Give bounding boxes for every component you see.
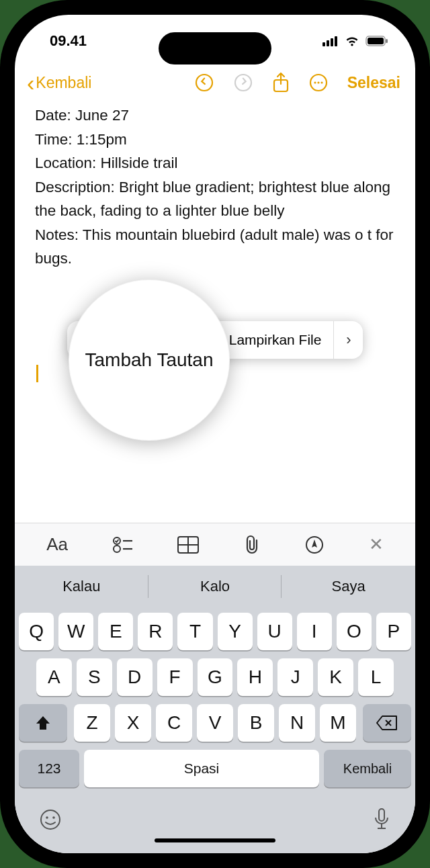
table-button[interactable] <box>177 536 199 554</box>
key-h[interactable]: H <box>237 658 273 696</box>
svg-rect-2 <box>331 38 333 46</box>
key-g[interactable]: G <box>198 658 233 696</box>
svg-point-16 <box>114 546 120 552</box>
numeric-key[interactable]: 123 <box>19 750 79 787</box>
key-e[interactable]: E <box>98 613 133 650</box>
svg-rect-5 <box>368 38 384 44</box>
key-c[interactable]: C <box>156 704 192 742</box>
key-v[interactable]: V <box>197 704 233 742</box>
menu-next-arrow[interactable]: › <box>333 321 363 359</box>
note-line: Notes: This mountain bluebird (adult mal… <box>35 223 395 271</box>
undo-button[interactable] <box>194 73 214 93</box>
done-button[interactable]: Selesai <box>347 74 400 92</box>
svg-rect-1 <box>327 40 329 46</box>
text-format-button[interactable]: Aa <box>46 534 68 555</box>
magnifier-text: Tambah Tautan <box>85 349 214 371</box>
svg-rect-6 <box>386 39 388 43</box>
emoji-button[interactable] <box>39 808 62 831</box>
cellular-icon <box>322 36 339 46</box>
key-b[interactable]: B <box>238 704 274 742</box>
redo-button[interactable] <box>233 73 253 93</box>
key-u[interactable]: U <box>257 613 292 650</box>
dictation-button[interactable] <box>372 808 391 832</box>
battery-icon <box>366 36 388 46</box>
key-z[interactable]: Z <box>74 704 110 742</box>
key-d[interactable]: D <box>117 658 153 696</box>
note-line: Location: Hillside trail <box>35 151 395 175</box>
svg-point-25 <box>46 816 48 819</box>
suggestion-1[interactable]: Kalau <box>15 566 148 607</box>
chevron-left-icon: ‹ <box>27 71 34 94</box>
home-indicator[interactable] <box>155 838 275 842</box>
delete-key[interactable] <box>363 704 411 742</box>
space-key[interactable]: Spasi <box>84 750 319 787</box>
key-f[interactable]: F <box>157 658 193 696</box>
key-s[interactable]: S <box>77 658 112 696</box>
note-line: Time: 1:15pm <box>35 128 395 152</box>
keyboard-suggestions: Kalau Kalo Saya <box>15 566 415 607</box>
magnifier-loupe: Tambah Tautan <box>69 279 230 441</box>
svg-point-26 <box>52 816 55 819</box>
back-label: Kembali <box>36 74 91 92</box>
format-toolbar: Aa ✕ <box>15 523 415 566</box>
checklist-button[interactable] <box>112 536 132 554</box>
text-cursor <box>36 365 38 382</box>
suggestion-2[interactable]: Kalo <box>148 566 282 607</box>
nav-bar: ‹ Kembali Selesai <box>15 67 415 103</box>
svg-point-11 <box>314 81 316 83</box>
note-line: Description: Bright blue gradient; brigh… <box>35 175 395 223</box>
key-r[interactable]: R <box>138 613 173 650</box>
share-button[interactable] <box>272 72 290 93</box>
status-time: 09.41 <box>50 32 87 50</box>
key-m[interactable]: M <box>320 704 356 742</box>
svg-rect-0 <box>322 42 325 46</box>
key-a[interactable]: A <box>36 658 72 696</box>
back-button[interactable]: ‹ Kembali <box>27 71 91 94</box>
close-toolbar-button[interactable]: ✕ <box>369 534 384 555</box>
more-button[interactable] <box>308 73 329 93</box>
key-y[interactable]: Y <box>218 613 253 650</box>
key-l[interactable]: L <box>358 658 394 696</box>
svg-rect-27 <box>379 809 384 821</box>
svg-point-13 <box>320 81 322 83</box>
key-p[interactable]: P <box>376 613 411 650</box>
keyboard: QWERTYUIOP ASDFGHJKL ZXCVBNM 123 Spasi K… <box>15 607 415 853</box>
key-k[interactable]: K <box>318 658 353 696</box>
markup-button[interactable] <box>305 535 324 554</box>
key-n[interactable]: N <box>279 704 315 742</box>
svg-point-12 <box>317 81 319 83</box>
suggestion-3[interactable]: Saya <box>282 566 415 607</box>
svg-point-24 <box>41 810 60 829</box>
shift-key[interactable] <box>19 704 67 742</box>
key-x[interactable]: X <box>115 704 151 742</box>
svg-rect-3 <box>335 36 337 46</box>
key-t[interactable]: T <box>177 613 212 650</box>
dynamic-island <box>159 32 271 64</box>
note-line: Date: June 27 <box>35 103 395 128</box>
key-w[interactable]: W <box>58 613 93 650</box>
key-i[interactable]: I <box>297 613 332 650</box>
key-j[interactable]: J <box>277 658 313 696</box>
return-key[interactable]: Kembali <box>324 750 411 787</box>
menu-item-attach-file[interactable]: Lampirkan File <box>217 332 334 348</box>
attachment-button[interactable] <box>243 535 261 555</box>
key-o[interactable]: O <box>337 613 372 650</box>
wifi-icon <box>344 35 360 47</box>
key-q[interactable]: Q <box>19 613 54 650</box>
